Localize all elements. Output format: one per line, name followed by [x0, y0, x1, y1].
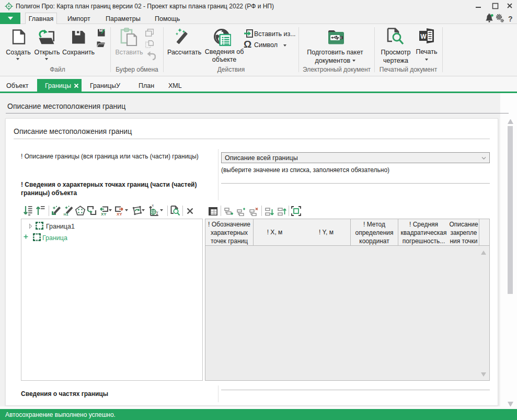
svg-text:x: x	[152, 205, 154, 207]
svg-text:XY: XY	[117, 212, 122, 216]
svg-text:W: W	[420, 33, 427, 40]
svg-text:y: y	[156, 210, 158, 214]
svg-text:XY: XY	[101, 212, 107, 216]
svg-text:н1: н1	[64, 212, 69, 216]
